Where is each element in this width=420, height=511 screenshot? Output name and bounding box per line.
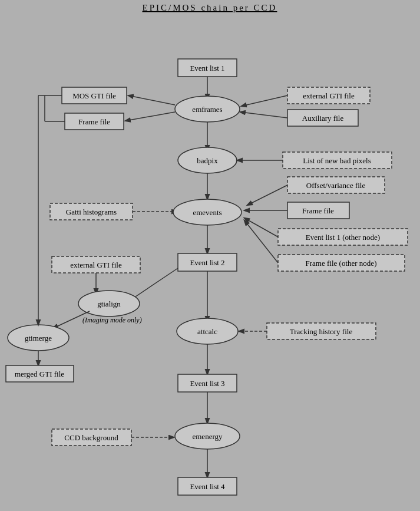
svg-line-3 — [242, 95, 287, 106]
gtimerge-label: gtimerge — [25, 334, 52, 342]
svg-line-1 — [128, 95, 175, 105]
imaging-mode-label: (Imaging mode only) — [82, 316, 142, 324]
event-list-2-label: Event list 2 — [190, 258, 224, 267]
badpix-label: badpix — [197, 156, 218, 165]
svg-line-7 — [247, 185, 287, 205]
auxiliary-file-label: Auxiliary file — [302, 114, 344, 123]
diagram-title: EPIC/MOS chain per CCD — [143, 3, 277, 12]
svg-line-2 — [125, 112, 175, 121]
event-list-1-label: Event list 1 — [190, 64, 224, 72]
svg-line-15 — [130, 268, 178, 301]
frame-file-mid-label: Frame file — [302, 206, 334, 215]
emframes-label: emframes — [192, 105, 222, 114]
attcalc-label: attcalc — [197, 327, 217, 336]
external-gti-file-mid-label: external GTI file — [70, 261, 122, 269]
gatti-histograms-label: Gatti histograms — [66, 207, 117, 216]
ccd-background-label: CCD background — [64, 433, 118, 442]
external-gti-file-top-label: external GTI file — [303, 91, 355, 100]
event-list-3-label: Event list 3 — [190, 379, 224, 388]
merged-gti-file-label: merged GTI file — [15, 370, 64, 378]
list-new-bad-pixels-label: List of new bad pixels — [303, 156, 371, 165]
emevents-label: emevents — [193, 208, 221, 217]
tracking-history-file-label: Tracking history file — [290, 327, 353, 336]
emenergy-label: emenergy — [192, 432, 223, 441]
svg-line-4 — [240, 112, 287, 118]
event-list-1-other-label: Event list 1 (other node) — [306, 233, 380, 242]
event-list-4-label: Event list 4 — [190, 482, 225, 491]
mos-gti-file-label: MOS GTI file — [72, 91, 116, 100]
gtialign-label: gtialign — [97, 299, 121, 308]
frame-file-top-label: Frame file — [78, 117, 110, 126]
offset-variance-file-label: Offset/variance file — [306, 181, 366, 190]
frame-file-other-label: Frame file (other node) — [306, 259, 377, 268]
svg-line-12 — [244, 220, 278, 263]
